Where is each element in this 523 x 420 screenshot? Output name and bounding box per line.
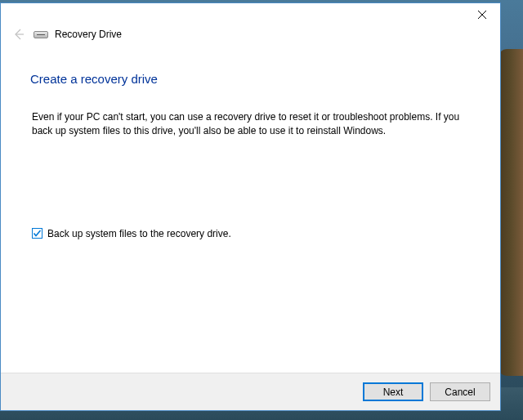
checkbox-row: Back up system files to the recovery dri… (30, 228, 471, 239)
footer: Next Cancel (1, 373, 500, 410)
close-button[interactable] (463, 3, 500, 26)
checkmark-icon (33, 229, 42, 238)
recovery-drive-window: Recovery Drive Create a recovery drive E… (0, 2, 501, 411)
close-icon (478, 11, 486, 19)
page-heading: Create a recovery drive (30, 72, 471, 86)
next-button[interactable]: Next (363, 382, 423, 401)
back-arrow-icon (12, 28, 25, 41)
header-row: Recovery Drive (1, 25, 500, 51)
drive-icon (34, 29, 48, 39)
checkbox-label: Back up system files to the recovery dri… (47, 228, 231, 239)
window-title: Recovery Drive (55, 29, 122, 40)
backup-checkbox[interactable] (32, 228, 42, 239)
content-area: Create a recovery drive Even if your PC … (1, 51, 500, 373)
body-text: Even if your PC can't start, you can use… (30, 110, 471, 138)
back-button[interactable] (9, 25, 29, 44)
cancel-button[interactable]: Cancel (430, 382, 490, 401)
